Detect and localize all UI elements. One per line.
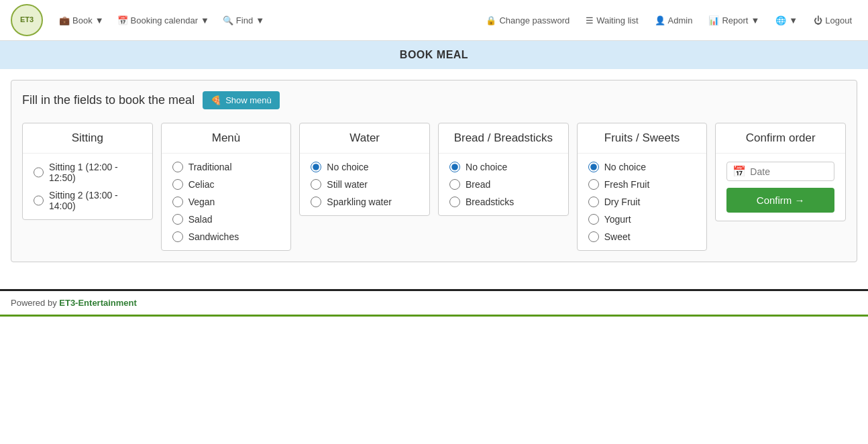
briefcase-icon: 💼 bbox=[59, 15, 70, 25]
chevron-down-icon: ▼ bbox=[95, 15, 104, 25]
list-item[interactable]: Sitting 2 (13:00 - 14:00) bbox=[34, 190, 142, 211]
footer-text: Powered by bbox=[11, 298, 59, 308]
list-item[interactable]: Breadsticks bbox=[449, 197, 557, 207]
list-item[interactable]: Bread bbox=[449, 179, 557, 190]
confirm-column: Confirm order 📅 Confirm → bbox=[715, 123, 846, 221]
footer-link[interactable]: ET3-Entertainment bbox=[59, 298, 137, 308]
water-no-choice-radio[interactable] bbox=[311, 162, 321, 172]
logo: ET3 bbox=[11, 4, 43, 36]
nav-book[interactable]: 💼 Book ▼ bbox=[54, 12, 109, 29]
confirm-button[interactable]: Confirm → bbox=[726, 188, 834, 213]
menu-celiac-radio[interactable] bbox=[172, 179, 183, 190]
list-item[interactable]: Salad bbox=[172, 214, 280, 225]
menu-salad-radio[interactable] bbox=[172, 214, 183, 225]
list-item[interactable]: No choice bbox=[449, 162, 557, 172]
lock-icon: 🔒 bbox=[486, 15, 496, 25]
list-item[interactable]: Sparkling water bbox=[311, 197, 419, 207]
list-item[interactable]: Celiac bbox=[172, 179, 280, 190]
bread-column: Bread / Breadsticks No choice Bread Brea… bbox=[438, 123, 569, 216]
menu-sandwiches-radio[interactable] bbox=[172, 231, 183, 242]
fruits-column: Fruits / Sweets No choice Fresh Fruit Dr… bbox=[577, 123, 708, 251]
form-instruction: Fill in the fields to book the meal bbox=[22, 93, 195, 107]
confirm-body: 📅 Confirm → bbox=[716, 154, 845, 221]
chevron-down-icon: ▼ bbox=[751, 15, 759, 25]
fruits-dry-radio[interactable] bbox=[588, 197, 599, 207]
water-still-radio[interactable] bbox=[311, 179, 321, 190]
nav-booking-calendar[interactable]: 📅 Booking calendar ▼ bbox=[112, 12, 215, 29]
form-header: Fill in the fields to book the meal 🍕 Sh… bbox=[22, 91, 846, 109]
list-item[interactable]: Fresh Fruit bbox=[588, 179, 696, 190]
fruits-sweet-radio[interactable] bbox=[588, 231, 599, 242]
calendar-icon: 📅 bbox=[117, 15, 128, 25]
bread-no-choice-radio[interactable] bbox=[449, 162, 460, 172]
fork-knife-icon: 🍕 bbox=[211, 95, 221, 105]
menu-options: Traditional Celiac Vegan Salad Sandwiche… bbox=[162, 154, 291, 250]
nav-admin[interactable]: 👤 Admin bbox=[649, 12, 698, 29]
menu-header: Menù bbox=[162, 123, 291, 154]
sitting-header: Sitting bbox=[23, 123, 152, 154]
nav-logout[interactable]: ⏻ Logout bbox=[808, 12, 857, 29]
page-banner: BOOK MEAL bbox=[0, 41, 868, 69]
list-item[interactable]: Sitting 1 (12:00 - 12:50) bbox=[34, 162, 142, 183]
list-item[interactable]: No choice bbox=[311, 162, 419, 172]
date-input[interactable] bbox=[750, 166, 867, 177]
footer: Powered by ET3-Entertainment bbox=[0, 289, 868, 317]
sitting-column: Sitting Sitting 1 (12:00 - 12:50) Sittin… bbox=[22, 123, 153, 220]
nav-waiting-list[interactable]: ☰ Waiting list bbox=[580, 12, 643, 29]
person-icon: 👤 bbox=[655, 15, 665, 25]
sitting-1-label: Sitting 1 (12:00 - 12:50) bbox=[49, 162, 142, 183]
show-menu-button[interactable]: 🍕 Show menù bbox=[203, 91, 280, 109]
search-icon: 🔍 bbox=[223, 15, 233, 25]
list-item[interactable]: Vegan bbox=[172, 197, 280, 207]
water-sparkling-radio[interactable] bbox=[311, 197, 321, 207]
water-options: No choice Still water Sparkling water bbox=[300, 154, 429, 215]
nav-report[interactable]: 📊 Report ▼ bbox=[703, 12, 765, 29]
list-item[interactable]: Yogurt bbox=[588, 214, 696, 225]
nav-find[interactable]: 🔍 Find ▼ bbox=[217, 12, 270, 29]
chevron-down-icon: ▼ bbox=[789, 15, 798, 25]
list-item[interactable]: No choice bbox=[588, 162, 696, 172]
fruits-options: No choice Fresh Fruit Dry Fruit Yogurt S… bbox=[578, 154, 707, 250]
fruits-yogurt-radio[interactable] bbox=[588, 214, 599, 225]
menu-traditional-radio[interactable] bbox=[172, 162, 183, 172]
nav-change-password[interactable]: 🔒 Change password bbox=[480, 12, 575, 29]
fruits-header: Fruits / Sweets bbox=[578, 123, 707, 154]
bread-bread-radio[interactable] bbox=[449, 179, 460, 190]
nav-language[interactable]: 🌐 ▼ bbox=[770, 12, 803, 29]
globe-icon: 🌐 bbox=[775, 15, 786, 25]
sitting-1-radio[interactable] bbox=[34, 167, 44, 178]
chevron-down-icon: ▼ bbox=[256, 15, 264, 25]
sitting-options: Sitting 1 (12:00 - 12:50) Sitting 2 (13:… bbox=[23, 154, 152, 219]
bread-options: No choice Bread Breadsticks bbox=[439, 154, 568, 215]
bread-breadsticks-radio[interactable] bbox=[449, 197, 460, 207]
list-item[interactable]: Sweet bbox=[588, 231, 696, 242]
sitting-2-label: Sitting 2 (13:00 - 14:00) bbox=[49, 190, 142, 211]
booking-columns: Sitting Sitting 1 (12:00 - 12:50) Sittin… bbox=[22, 123, 846, 251]
water-header: Water bbox=[300, 123, 429, 154]
chevron-down-icon: ▼ bbox=[201, 15, 209, 25]
list-item[interactable]: Still water bbox=[311, 179, 419, 190]
list-item[interactable]: Traditional bbox=[172, 162, 280, 172]
menu-vegan-radio[interactable] bbox=[172, 197, 183, 207]
sitting-2-radio[interactable] bbox=[34, 195, 44, 206]
calendar-icon: 📅 bbox=[733, 165, 746, 178]
power-icon: ⏻ bbox=[814, 15, 822, 25]
date-input-wrapper: 📅 bbox=[726, 162, 834, 181]
list-icon: ☰ bbox=[586, 15, 594, 25]
bread-header: Bread / Breadsticks bbox=[439, 123, 568, 154]
chart-icon: 📊 bbox=[708, 15, 719, 25]
main-form: Fill in the fields to book the meal 🍕 Sh… bbox=[11, 80, 857, 262]
menu-column: Menù Traditional Celiac Vegan Salad bbox=[161, 123, 292, 251]
fruits-no-choice-radio[interactable] bbox=[588, 162, 599, 172]
logo-image: ET3 bbox=[11, 4, 43, 36]
list-item[interactable]: Dry Fruit bbox=[588, 197, 696, 207]
confirm-header: Confirm order bbox=[716, 123, 845, 154]
water-column: Water No choice Still water Sparkling wa… bbox=[299, 123, 430, 216]
fruits-fresh-radio[interactable] bbox=[588, 179, 599, 190]
list-item[interactable]: Sandwiches bbox=[172, 231, 280, 242]
